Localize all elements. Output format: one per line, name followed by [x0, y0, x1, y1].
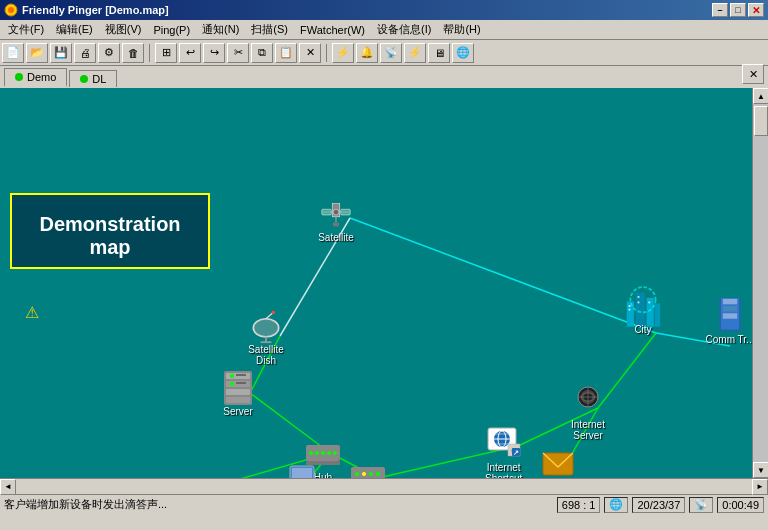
cut-button[interactable]: ✂ — [227, 43, 249, 63]
node-server[interactable]: Server — [220, 370, 256, 417]
svg-rect-87 — [629, 305, 631, 307]
undo-button[interactable]: ↩ — [179, 43, 201, 63]
status-coords: 698 : 1 — [557, 497, 601, 513]
node-internet-server[interactable]: InternetServer — [570, 383, 606, 441]
demo-map-title: Demonstrationmap — [20, 203, 200, 259]
new-button[interactable]: 📄 — [2, 43, 24, 63]
ping-status-icon: 📡 — [694, 498, 708, 511]
separator-1 — [149, 44, 150, 62]
menu-file[interactable]: 文件(F) — [2, 20, 50, 39]
node-comm[interactable]: Comm Tr... — [700, 298, 760, 345]
status-time: 0:00:49 — [717, 497, 764, 513]
delete-button[interactable]: 🗑 — [122, 43, 144, 63]
scroll-up-button[interactable]: ▲ — [753, 88, 768, 104]
menu-help[interactable]: 帮助(H) — [437, 20, 486, 39]
clear-button[interactable]: ✕ — [299, 43, 321, 63]
svg-rect-86 — [655, 303, 660, 326]
scroll-left-button[interactable]: ◄ — [0, 479, 16, 495]
node-computer[interactable]: Computer — [280, 462, 324, 478]
time-label: 0:00:49 — [722, 499, 759, 511]
tab-dl-dot — [80, 75, 88, 83]
menu-deviceinfo[interactable]: 设备信息(I) — [371, 20, 437, 39]
menu-fwatcher[interactable]: FWatcher(W) — [294, 22, 371, 38]
warning-icon: ⚠ — [25, 303, 39, 322]
ping-button[interactable]: ⚡ — [332, 43, 354, 63]
svg-point-40 — [321, 451, 325, 455]
svg-point-33 — [230, 374, 234, 378]
node-internet-shortcut[interactable]: e ↗ InternetShortcut — [485, 426, 522, 478]
status-ping-icon: 📡 — [689, 497, 713, 513]
paste-button[interactable]: 📋 — [275, 43, 297, 63]
menu-bar: 文件(F) 编辑(E) 视图(V) Ping(P) 通知(N) 扫描(S) FW… — [0, 20, 768, 40]
close-button[interactable]: ✕ — [748, 3, 764, 17]
tab-dl[interactable]: DL — [69, 70, 117, 87]
node-city[interactable]: City — [625, 288, 661, 335]
node-mail-server[interactable]: MailServer — [540, 446, 576, 478]
svg-rect-32 — [226, 397, 250, 403]
svg-rect-45 — [292, 468, 312, 478]
satellite-dish-icon — [248, 308, 284, 344]
menu-notify[interactable]: 通知(N) — [196, 20, 245, 39]
satellite-label: Satellite — [318, 232, 354, 243]
minimize-button[interactable]: – — [712, 3, 728, 17]
open-button[interactable]: 📂 — [26, 43, 48, 63]
menu-edit[interactable]: 编辑(E) — [50, 20, 99, 39]
save-button[interactable]: 💾 — [50, 43, 72, 63]
grid-button[interactable]: ⊞ — [155, 43, 177, 63]
comm-icon — [712, 298, 748, 334]
city-icon — [625, 288, 661, 324]
tab-demo-label: Demo — [27, 71, 56, 83]
svg-point-23 — [253, 319, 278, 337]
network-button[interactable]: 📡 — [380, 43, 402, 63]
city-label: City — [634, 324, 651, 335]
svg-point-49 — [355, 472, 359, 476]
vertical-scrollbar[interactable]: ▲ ▼ — [752, 88, 768, 478]
node-satellite[interactable]: Satellite — [318, 196, 354, 243]
internet-shortcut-icon: e ↗ — [486, 426, 522, 462]
scroll-right-button[interactable]: ► — [752, 479, 768, 495]
flash-button[interactable]: ⚡ — [404, 43, 426, 63]
coords-label: 698 : 1 — [562, 499, 596, 511]
svg-rect-88 — [629, 309, 631, 311]
tab-demo-dot — [15, 73, 23, 81]
svg-text:↗: ↗ — [513, 449, 519, 456]
tab-close-button[interactable]: ✕ — [742, 64, 764, 84]
app-icon — [4, 3, 18, 17]
internet-server-icon — [570, 383, 606, 419]
node-satellite-dish[interactable]: SatelliteDish — [248, 308, 284, 366]
satellite-icon — [318, 196, 354, 232]
alarm-button[interactable]: 🔔 — [356, 43, 378, 63]
svg-point-41 — [327, 451, 331, 455]
svg-rect-31 — [226, 389, 250, 395]
scroll-down-button[interactable]: ▼ — [753, 462, 768, 478]
map-canvas[interactable]: ⚠ Demonstrationmap Satellite — [0, 88, 768, 478]
svg-rect-97 — [723, 313, 737, 318]
device-button[interactable]: 🖥 — [428, 43, 450, 63]
horizontal-scrollbar[interactable]: ◄ ► — [0, 478, 768, 494]
tab-dl-label: DL — [92, 73, 106, 85]
scroll-track[interactable] — [753, 104, 768, 462]
prop-button[interactable]: ⚙ — [98, 43, 120, 63]
menu-ping[interactable]: Ping(P) — [147, 22, 196, 38]
menu-scan[interactable]: 扫描(S) — [245, 20, 294, 39]
redo-button[interactable]: ↪ — [203, 43, 225, 63]
title-bar: Friendly Pinger [Demo.map] – □ ✕ — [0, 0, 768, 20]
maximize-button[interactable]: □ — [730, 3, 746, 17]
scroll-thumb[interactable] — [754, 106, 768, 136]
svg-point-39 — [315, 451, 319, 455]
copy-button[interactable]: ⧉ — [251, 43, 273, 63]
node-modem[interactable]: Modem — [350, 458, 386, 478]
menu-view[interactable]: 视图(V) — [99, 20, 148, 39]
satellite-dish-label: SatelliteDish — [248, 344, 284, 366]
print-button[interactable]: 🖨 — [74, 43, 96, 63]
status-message: 客户端增加新设备时发出滴答声... — [4, 497, 553, 512]
svg-rect-90 — [638, 302, 640, 304]
status-network-icon: 🌐 — [604, 497, 628, 513]
svg-rect-35 — [236, 374, 246, 376]
globe-button[interactable]: 🌐 — [452, 43, 474, 63]
svg-point-38 — [309, 451, 313, 455]
tab-demo[interactable]: Demo — [4, 68, 67, 87]
server-icon — [220, 370, 256, 406]
server-label: Server — [223, 406, 252, 417]
svg-point-34 — [230, 382, 234, 386]
